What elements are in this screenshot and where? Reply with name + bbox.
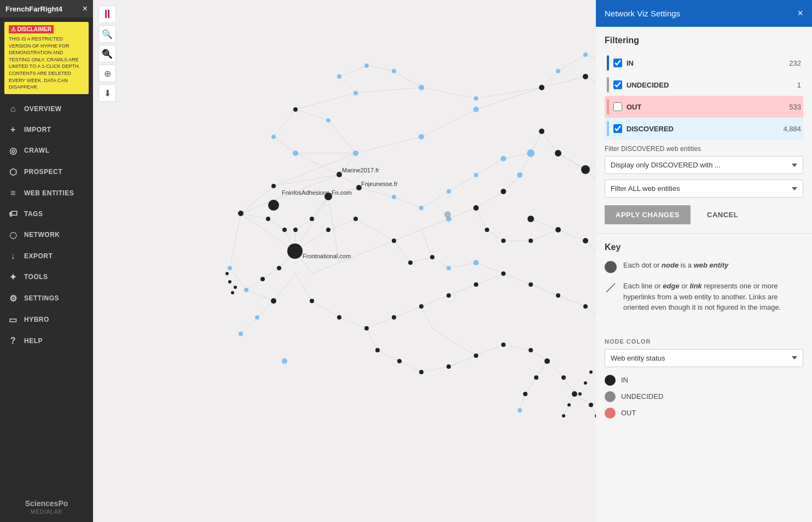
sidebar-item-prospect[interactable]: ⬡ PROSPECT [0,161,93,183]
svg-line-56 [421,295,449,306]
svg-point-145 [474,96,478,101]
sidebar-item-tags[interactable]: 🏷 TAGS [0,204,93,224]
filter-all-dropdown[interactable]: Filter ALL web entities [605,179,803,198]
svg-point-174 [539,129,544,134]
marine-label: Marine2017.fr [342,167,379,173]
key-edge-text: Each line or edge or link represents one… [623,281,803,313]
svg-line-81 [432,257,449,268]
svg-line-94 [394,71,421,88]
key-node-item: Each dot or node is a web entity [605,260,803,273]
graph-controls: ⏸ 🔍 🔍 ⊕ ⬇ [98,5,116,102]
svg-point-241 [234,286,237,289]
sidebar-item-network-label: NETWORK [24,231,60,239]
svg-point-240 [228,280,231,283]
project-close-button[interactable]: × [83,4,88,13]
svg-point-208 [501,271,506,276]
node-color-dropdown[interactable]: Web entity status [605,349,803,367]
project-title: FrenchFarRight4 [5,5,62,13]
sidebar-item-crawl[interactable]: ◎ CRAWL [0,140,93,161]
svg-point-191 [310,217,314,221]
svg-point-204 [392,315,396,320]
filter-in-label: IN [627,59,785,67]
svg-point-163 [419,206,424,210]
color-in-legend: IN [605,375,803,386]
zoom-out-button[interactable]: 🔍 [98,45,116,62]
svg-line-91 [339,77,356,93]
sidebar-item-tools[interactable]: ✦ TOOLS [0,266,93,288]
svg-point-139 [326,118,330,123]
filter-out-checkbox[interactable] [613,102,622,111]
svg-point-156 [473,260,479,265]
svg-line-83 [476,263,503,274]
svg-line-35 [359,188,394,197]
cancel-button[interactable]: CANCEL [696,205,749,224]
svg-point-216 [397,359,402,363]
tags-icon: 🏷 [8,209,19,219]
svg-line-62 [585,306,596,323]
filter-discovered-checkbox[interactable] [613,124,622,133]
svg-point-198 [271,298,276,304]
sidebar-item-overview[interactable]: ⌂ OVERVIEW [0,98,93,119]
svg-point-190 [326,228,330,232]
sidebar-item-hybro[interactable]: ▭ HYBRO [0,309,93,330]
sidebar-item-web-entities[interactable]: ≡ WEB ENTITIES [0,183,93,204]
filter-out-count: 533 [789,103,801,111]
sidebar-item-tags-label: TAGS [24,210,43,218]
svg-point-229 [523,392,527,396]
filter-in-checkbox[interactable] [613,59,622,67]
svg-point-237 [584,381,587,385]
filter-discovered-web-entities-label: Filter DISCOVERED web entities [605,145,803,153]
focus-button[interactable]: ⊕ [98,65,116,82]
filter-undecided-count: 1 [797,81,801,89]
filtering-title: Filtering [605,36,803,45]
node-color-section: NODE COLOR Web entity status IN UNDECIDE… [596,329,812,433]
svg-point-187 [408,260,413,265]
hybro-icon: ▭ [8,315,19,325]
svg-point-215 [375,348,380,352]
svg-line-130 [449,339,476,356]
svg-line-105 [575,394,591,405]
svg-point-222 [544,358,550,364]
svg-point-137 [293,150,298,156]
svg-line-124 [476,208,487,230]
color-undecided-legend: UNDECIDED [605,391,803,402]
svg-point-162 [392,195,396,199]
filter-in-row: IN 232 [605,52,803,74]
svg-line-97 [399,361,421,372]
in-bar [607,55,609,71]
frontnational-node [287,243,303,259]
sidebar-item-hybro-label: HYBRO [24,316,49,323]
sidebar-item-import[interactable]: + IMPORT [0,119,93,140]
svg-line-9 [542,77,585,88]
crawl-icon: ◎ [8,146,19,156]
sidebar-item-export[interactable]: ↓ EXPORT [0,246,93,266]
apply-changes-button[interactable]: APPLY CHANGES [605,205,691,224]
filter-undecided-row: UNDECIDED 1 [605,74,803,96]
svg-line-95 [367,328,378,350]
filter-discovered-dropdown[interactable]: Display only DISCOVERED with ... [605,156,803,174]
zoom-in-button[interactable]: 🔍 [98,25,116,43]
download-button[interactable]: ⬇ [98,84,116,102]
sidebar-item-settings[interactable]: ⚙ SETTINGS [0,288,93,309]
prospect-icon: ⬡ [8,167,19,177]
svg-point-175 [581,165,590,174]
help-icon: ? [8,336,19,346]
svg-point-230 [595,414,596,417]
svg-line-43 [274,137,295,153]
pause-button[interactable]: ⏸ [98,5,116,23]
svg-point-151 [583,53,588,57]
sidebar-item-network[interactable]: ◌ NETWORK [0,224,93,246]
svg-point-155 [517,172,523,178]
svg-line-59 [503,274,531,285]
filter-undecided-checkbox[interactable] [613,80,622,89]
svg-point-134 [419,134,424,140]
sidebar-item-help[interactable]: ? HELP [0,330,93,351]
svg-line-45 [295,109,328,120]
svg-line-96 [378,350,399,361]
svg-point-235 [562,414,565,417]
svg-line-52 [312,301,339,317]
svg-line-57 [449,285,476,295]
svg-point-185 [529,239,533,243]
panel-close-button[interactable]: × [797,8,803,19]
svg-line-127 [531,230,558,241]
